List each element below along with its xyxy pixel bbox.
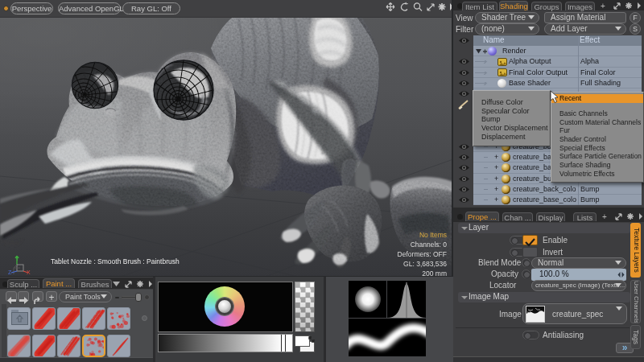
svg-text:X: X xyxy=(27,269,31,274)
svg-text:Z: Z xyxy=(8,269,12,274)
svg-text:Y: Y xyxy=(15,256,19,261)
